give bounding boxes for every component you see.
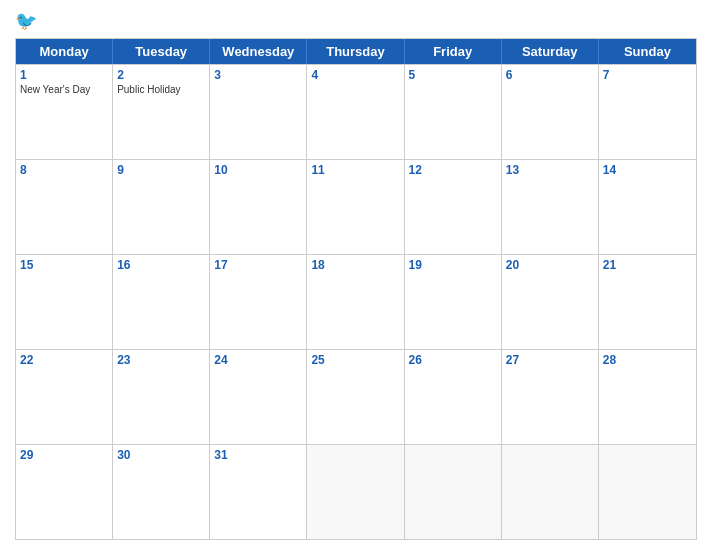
calendar-cell: 6 xyxy=(502,65,599,159)
calendar-cell: 14 xyxy=(599,160,696,254)
day-number: 7 xyxy=(603,68,692,82)
calendar-week-3: 15161718192021 xyxy=(16,254,696,349)
calendar-week-5: 293031 xyxy=(16,444,696,539)
day-number: 12 xyxy=(409,163,497,177)
calendar-cell: 2Public Holiday xyxy=(113,65,210,159)
day-number: 20 xyxy=(506,258,594,272)
calendar-cell: 7 xyxy=(599,65,696,159)
day-number: 4 xyxy=(311,68,399,82)
calendar-cell: 11 xyxy=(307,160,404,254)
day-number: 21 xyxy=(603,258,692,272)
calendar-cell: 26 xyxy=(405,350,502,444)
header-wednesday: Wednesday xyxy=(210,39,307,64)
calendar-cell xyxy=(502,445,599,539)
calendar-cell xyxy=(405,445,502,539)
header-sunday: Sunday xyxy=(599,39,696,64)
day-number: 24 xyxy=(214,353,302,367)
logo-bird-icon: 🐦 xyxy=(15,10,37,32)
calendar-week-1: 1New Year's Day2Public Holiday34567 xyxy=(16,64,696,159)
header-friday: Friday xyxy=(405,39,502,64)
calendar-cell: 20 xyxy=(502,255,599,349)
day-number: 29 xyxy=(20,448,108,462)
calendar-week-2: 891011121314 xyxy=(16,159,696,254)
calendar-week-4: 22232425262728 xyxy=(16,349,696,444)
calendar-cell: 22 xyxy=(16,350,113,444)
day-event: Public Holiday xyxy=(117,84,205,96)
calendar-cell: 21 xyxy=(599,255,696,349)
day-number: 18 xyxy=(311,258,399,272)
day-number: 3 xyxy=(214,68,302,82)
calendar-cell: 18 xyxy=(307,255,404,349)
day-number: 17 xyxy=(214,258,302,272)
calendar-cell: 12 xyxy=(405,160,502,254)
day-number: 8 xyxy=(20,163,108,177)
header: 🐦 xyxy=(15,10,697,32)
calendar-cell: 16 xyxy=(113,255,210,349)
day-number: 28 xyxy=(603,353,692,367)
calendar-cell: 3 xyxy=(210,65,307,159)
calendar-cell xyxy=(599,445,696,539)
calendar-cell: 28 xyxy=(599,350,696,444)
calendar-cell: 31 xyxy=(210,445,307,539)
day-number: 30 xyxy=(117,448,205,462)
day-number: 13 xyxy=(506,163,594,177)
calendar-cell: 4 xyxy=(307,65,404,159)
calendar-cell: 23 xyxy=(113,350,210,444)
logo: 🐦 xyxy=(15,10,37,32)
day-number: 14 xyxy=(603,163,692,177)
calendar-cell: 5 xyxy=(405,65,502,159)
day-number: 25 xyxy=(311,353,399,367)
day-number: 10 xyxy=(214,163,302,177)
calendar-cell: 19 xyxy=(405,255,502,349)
page: 🐦 Monday Tuesday Wednesday Thursday Frid… xyxy=(0,0,712,550)
calendar-cell: 1New Year's Day xyxy=(16,65,113,159)
calendar: Monday Tuesday Wednesday Thursday Friday… xyxy=(15,38,697,540)
day-number: 19 xyxy=(409,258,497,272)
day-number: 31 xyxy=(214,448,302,462)
day-number: 5 xyxy=(409,68,497,82)
calendar-cell: 15 xyxy=(16,255,113,349)
day-number: 23 xyxy=(117,353,205,367)
calendar-cell: 8 xyxy=(16,160,113,254)
calendar-cell: 17 xyxy=(210,255,307,349)
day-number: 16 xyxy=(117,258,205,272)
calendar-body: 1New Year's Day2Public Holiday3456789101… xyxy=(16,64,696,539)
calendar-cell: 29 xyxy=(16,445,113,539)
calendar-cell: 27 xyxy=(502,350,599,444)
calendar-header: Monday Tuesday Wednesday Thursday Friday… xyxy=(16,39,696,64)
day-number: 6 xyxy=(506,68,594,82)
calendar-cell: 30 xyxy=(113,445,210,539)
calendar-cell: 24 xyxy=(210,350,307,444)
header-thursday: Thursday xyxy=(307,39,404,64)
calendar-cell xyxy=(307,445,404,539)
day-number: 1 xyxy=(20,68,108,82)
day-number: 27 xyxy=(506,353,594,367)
calendar-cell: 13 xyxy=(502,160,599,254)
day-number: 26 xyxy=(409,353,497,367)
header-tuesday: Tuesday xyxy=(113,39,210,64)
calendar-cell: 10 xyxy=(210,160,307,254)
day-number: 11 xyxy=(311,163,399,177)
header-saturday: Saturday xyxy=(502,39,599,64)
day-number: 9 xyxy=(117,163,205,177)
header-monday: Monday xyxy=(16,39,113,64)
calendar-cell: 25 xyxy=(307,350,404,444)
day-number: 15 xyxy=(20,258,108,272)
day-number: 22 xyxy=(20,353,108,367)
day-number: 2 xyxy=(117,68,205,82)
day-event: New Year's Day xyxy=(20,84,108,96)
calendar-cell: 9 xyxy=(113,160,210,254)
